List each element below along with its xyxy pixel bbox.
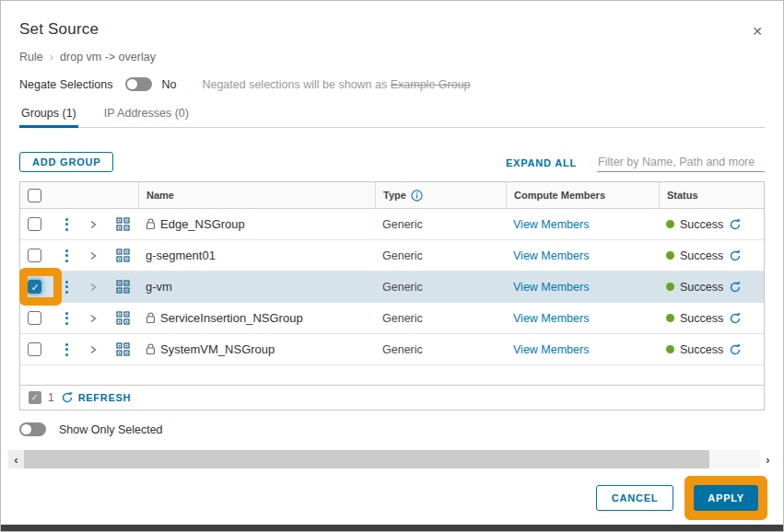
group-name: ServiceInsertion_NSGroup	[160, 311, 303, 325]
tab-ip-addresses[interactable]: IP Addresses (0)	[102, 103, 191, 127]
tab-bar: Groups (1) IP Addresses (0)	[19, 103, 765, 128]
show-only-selected-label: Show Only Selected	[59, 423, 163, 436]
table-row[interactable]: g-segment01 Generic View Members Success	[20, 240, 764, 272]
cancel-button[interactable]: CANCEL	[596, 485, 674, 511]
refresh-status-icon[interactable]	[729, 343, 742, 356]
scroll-right-arrow-icon[interactable]: ›	[760, 450, 776, 468]
refresh-status-icon[interactable]	[729, 218, 742, 231]
group-name: Edge_NSGroup	[160, 217, 245, 231]
negate-hint: Negated selections will be shown as Exam…	[202, 78, 470, 91]
status-success-dot	[666, 314, 674, 322]
expand-chevron-icon[interactable]	[88, 314, 98, 323]
group-type: Generic	[375, 312, 506, 325]
group-type: Generic	[375, 218, 506, 231]
column-header-compute-members: Compute Members	[506, 182, 659, 208]
status-label: Success	[680, 249, 723, 262]
status-label: Success	[680, 312, 723, 325]
expand-chevron-icon[interactable]	[88, 345, 98, 354]
groups-table: Name Type Compute Members Status	[19, 181, 765, 411]
view-members-link[interactable]: View Members	[513, 281, 589, 294]
show-only-selected-toggle[interactable]	[19, 422, 46, 436]
group-icon	[116, 280, 130, 294]
show-only-selected-row: Show Only Selected	[19, 422, 765, 436]
refresh-status-icon[interactable]	[729, 312, 742, 325]
scroll-left-arrow-icon[interactable]: ‹	[8, 450, 24, 468]
negate-selections-toggle[interactable]	[125, 77, 152, 91]
horizontal-scrollbar[interactable]: ‹ ›	[8, 450, 776, 468]
row-checkbox[interactable]	[28, 217, 41, 231]
column-header-type-label: Type	[383, 190, 406, 201]
row-checkbox[interactable]	[28, 311, 41, 325]
status-success-dot	[666, 283, 674, 291]
refresh-status-icon[interactable]	[729, 249, 742, 262]
refresh-button[interactable]: REFRESH	[61, 391, 131, 404]
lock-icon	[146, 343, 156, 355]
kebab-menu-icon[interactable]	[65, 218, 68, 231]
group-icon	[116, 249, 130, 262]
view-members-link[interactable]: View Members	[513, 312, 589, 325]
selected-count-checkbox-icon	[29, 391, 41, 404]
scrollbar-thumb[interactable]	[24, 450, 709, 468]
group-type: Generic	[375, 249, 506, 262]
group-name: SystemVM_NSGroup	[160, 342, 275, 356]
kebab-menu-icon[interactable]	[65, 249, 68, 262]
table-header-row: Name Type Compute Members Status	[20, 182, 764, 209]
table-toolbar: ADD GROUP EXPAND ALL	[19, 152, 765, 172]
select-all-checkbox[interactable]	[28, 189, 41, 202]
column-header-type: Type	[375, 182, 506, 208]
table-empty-space	[20, 365, 764, 385]
row-checkbox-checked[interactable]	[28, 280, 41, 294]
breadcrumb: Rule › drop vm -> overlay	[19, 50, 765, 64]
dialog-title: Set Source	[19, 1, 765, 39]
row-checkbox[interactable]	[28, 342, 41, 356]
group-icon	[116, 311, 130, 325]
tab-groups[interactable]: Groups (1)	[19, 103, 78, 127]
table-row[interactable]: ServiceInsertion_NSGroup Generic View Me…	[20, 303, 764, 334]
breadcrumb-separator-icon: ›	[50, 50, 53, 64]
close-icon[interactable]: ✕	[752, 25, 763, 38]
group-icon	[116, 217, 130, 231]
refresh-status-icon[interactable]	[729, 281, 742, 294]
view-members-link[interactable]: View Members	[513, 249, 589, 262]
status-success-dot	[666, 251, 674, 260]
group-icon	[116, 342, 130, 356]
background-app-strip	[1, 525, 783, 531]
status-label: Success	[680, 218, 723, 231]
breadcrumb-current: drop vm -> overlay	[60, 51, 156, 64]
refresh-icon	[61, 391, 74, 404]
add-group-button[interactable]: ADD GROUP	[19, 152, 113, 172]
table-row[interactable]: SystemVM_NSGroup Generic View Members Su…	[20, 334, 764, 365]
status-success-dot	[666, 220, 674, 228]
info-icon[interactable]	[411, 190, 423, 202]
lock-icon	[146, 218, 156, 230]
breadcrumb-root[interactable]: Rule	[19, 51, 43, 64]
table-row-selected[interactable]: g-vm Generic View Members Success	[20, 272, 764, 303]
apply-annotation-highlight: APPLY	[685, 476, 767, 520]
status-label: Success	[680, 281, 723, 294]
kebab-menu-icon[interactable]	[65, 343, 68, 356]
negate-hint-example: Example Group	[391, 78, 471, 91]
expand-chevron-icon[interactable]	[88, 283, 98, 292]
negate-selections-label: Negate Selections	[19, 78, 112, 91]
refresh-label: REFRESH	[78, 392, 131, 403]
view-members-link[interactable]: View Members	[513, 343, 589, 356]
negate-hint-text: Negated selections will be shown as	[202, 78, 390, 91]
apply-button[interactable]: APPLY	[694, 485, 758, 511]
expand-chevron-icon[interactable]	[88, 220, 98, 229]
group-name: g-vm	[146, 280, 172, 294]
column-header-name: Name	[138, 182, 375, 208]
kebab-menu-icon[interactable]	[65, 312, 68, 325]
kebab-menu-icon[interactable]	[65, 281, 68, 294]
row-checkbox[interactable]	[28, 249, 41, 262]
view-members-link[interactable]: View Members	[513, 218, 589, 231]
table-row[interactable]: Edge_NSGroup Generic View Members Succes…	[20, 209, 764, 240]
dialog-actions: CANCEL APPLY	[596, 476, 767, 520]
column-header-status: Status	[659, 182, 764, 208]
expand-chevron-icon[interactable]	[88, 251, 98, 260]
filter-input[interactable]	[597, 153, 765, 172]
expand-all-link[interactable]: EXPAND ALL	[506, 157, 577, 168]
negate-toggle-state: No	[161, 78, 176, 91]
scrollbar-track[interactable]	[709, 450, 760, 468]
negate-selections-row: Negate Selections No Negated selections …	[19, 77, 765, 91]
set-source-dialog: Set Source ✕ Rule › drop vm -> overlay N…	[0, 0, 784, 532]
